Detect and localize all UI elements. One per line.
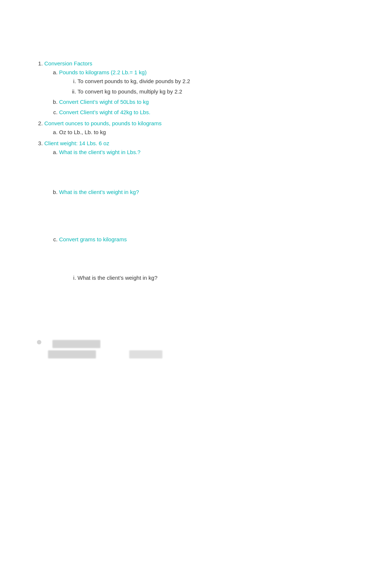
item1c-label: Convert Client’s wight of 42kg to Lbs. xyxy=(59,109,150,115)
item1a-sublist: To convert pounds to kg, divide pounds b… xyxy=(59,77,362,96)
blurred-image-area xyxy=(30,340,362,358)
item1b-label: Convert Client’s wight of 50Lbs to kg xyxy=(59,99,149,105)
list-item-3: Client weight: 14 Lbs. 6 oz What is the … xyxy=(44,139,362,282)
item2-sublist: Oz to Lb., Lb. to kg xyxy=(44,128,362,137)
list-item-1c: Convert Client’s wight of 42kg to Lbs. xyxy=(59,108,362,117)
list-item-2a: Oz to Lb., Lb. to kg xyxy=(59,128,362,137)
item1a-label: Pounds to kilograms (2.2 Lb.= 1 kg) xyxy=(59,69,147,75)
list-item-1b: Convert Client’s wight of 50Lbs to kg xyxy=(59,98,362,106)
blurred-text-2 xyxy=(48,350,96,358)
spacer-after-3a xyxy=(59,158,362,188)
blurred-text-1 xyxy=(52,340,100,348)
spacer-bottom xyxy=(30,285,362,333)
list-item-1: Conversion Factors Pounds to kilograms (… xyxy=(44,59,362,117)
blurred-row-1 xyxy=(37,340,362,348)
blurred-text-3 xyxy=(129,350,162,358)
item2a-label: Oz to Lb., Lb. to kg xyxy=(59,129,106,135)
item3c-sublist: What is the client’s weight in kg? xyxy=(59,244,362,282)
spacer-after-3b xyxy=(59,198,362,235)
item3-label: Client weight: 14 Lbs. 6 oz xyxy=(44,140,109,146)
item3c1-label: What is the client’s weight in kg? xyxy=(78,275,158,281)
list-item-3b: What is the client’s weight in kg? xyxy=(59,188,362,197)
item3b-label: What is the client’s weight in kg? xyxy=(59,189,139,195)
spacer-before-3c1 xyxy=(78,244,362,273)
list-item-3c: Convert grams to kilograms What is the c… xyxy=(59,235,362,282)
list-item-3c-1: What is the client’s weight in kg? xyxy=(78,273,362,282)
list-item-2: Convert ounces to pounds, pounds to kilo… xyxy=(44,119,362,137)
item2-label: Convert ounces to pounds, pounds to kilo… xyxy=(44,120,162,126)
blurred-row-2 xyxy=(48,350,362,358)
blurred-dot xyxy=(37,340,41,344)
item1a-i-label: To convert pounds to kg, divide pounds b… xyxy=(78,78,190,84)
item1a-ii-label: To convert kg to pounds, multiply kg by … xyxy=(78,88,182,95)
item1-sublist: Pounds to kilograms (2.2 Lb.= 1 kg) To c… xyxy=(44,68,362,117)
list-item-1a-ii: To convert kg to pounds, multiply kg by … xyxy=(78,87,362,96)
list-item-1a: Pounds to kilograms (2.2 Lb.= 1 kg) To c… xyxy=(59,68,362,96)
item3-sublist: What is the client’s wight in Lbs.? What… xyxy=(44,148,362,282)
list-item-3a: What is the client’s wight in Lbs.? xyxy=(59,148,362,157)
item3a-label: What is the client’s wight in Lbs.? xyxy=(59,149,141,155)
list-item-1a-i: To convert pounds to kg, divide pounds b… xyxy=(78,77,362,86)
item3c-label: Convert grams to kilograms xyxy=(59,236,127,242)
main-list: Conversion Factors Pounds to kilograms (… xyxy=(30,59,362,282)
item1-label: Conversion Factors xyxy=(44,60,92,67)
